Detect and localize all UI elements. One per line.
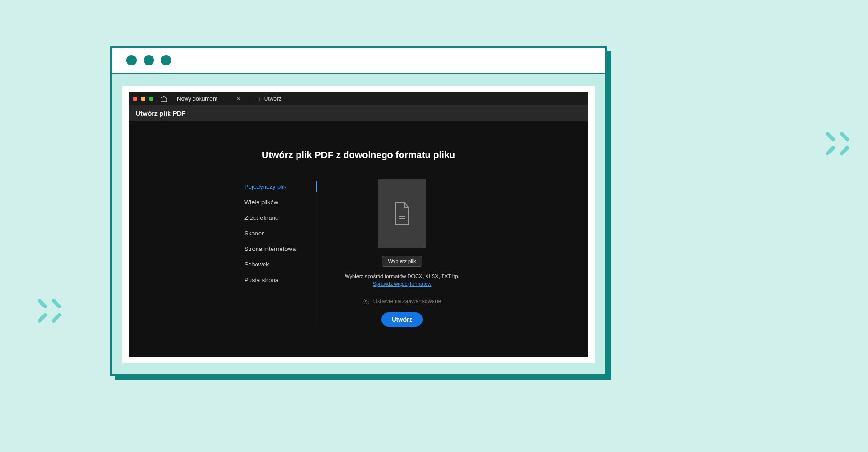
svg-line-3 <box>842 148 847 153</box>
file-drop-zone[interactable] <box>378 179 426 248</box>
app-toolbar: Utwórz plik PDF <box>129 105 588 121</box>
svg-line-2 <box>828 148 833 153</box>
source-item[interactable]: Pusta strona <box>244 276 307 283</box>
decorative-x-icon <box>821 127 854 160</box>
decorative-x-icon <box>33 294 66 327</box>
document-icon <box>393 202 411 226</box>
document-tab-label: Nowy dokument <box>177 96 217 102</box>
outer-window-dot <box>144 55 154 65</box>
main-body: Pojedynczy plikWiele plikówZrzut ekranuS… <box>244 179 473 327</box>
svg-line-5 <box>54 301 59 307</box>
app-tabbar: Nowy dokument ✕ + Utwórz <box>129 92 588 105</box>
new-tab-button[interactable]: + Utwórz <box>252 94 287 104</box>
svg-line-6 <box>40 315 45 321</box>
create-button[interactable]: Utwórz <box>381 312 422 327</box>
main-heading: Utwórz plik PDF z dowolnego formatu plik… <box>262 150 455 161</box>
advanced-settings-label: Ustawienia zaawansowane <box>373 298 442 305</box>
home-button[interactable] <box>158 94 169 104</box>
document-tab[interactable]: Nowy dokument ✕ <box>172 92 246 105</box>
inner-white-container: Nowy dokument ✕ + Utwórz Utwórz plik PDF… <box>122 86 595 363</box>
new-tab-label: Utwórz <box>264 96 281 102</box>
close-tab-icon[interactable]: ✕ <box>236 96 241 102</box>
source-list: Pojedynczy plikWiele plikówZrzut ekranuS… <box>244 179 317 327</box>
right-panel: Wybierz plik Wybierz spośród formatów DO… <box>331 179 473 327</box>
format-hint-text: Wybierz spośród formatów DOCX, XLSX, TXT… <box>345 274 459 279</box>
source-item[interactable]: Schowek <box>244 261 307 268</box>
minimize-window-button[interactable] <box>141 97 145 101</box>
advanced-settings-button[interactable]: Ustawienia zaawansowane <box>363 298 442 305</box>
source-item[interactable]: Zrzut ekranu <box>244 214 307 221</box>
svg-line-7 <box>54 315 59 321</box>
plus-icon: + <box>257 96 261 102</box>
toolbar-title: Utwórz plik PDF <box>136 110 186 117</box>
svg-line-0 <box>828 134 833 139</box>
select-file-button[interactable]: Wybierz plik <box>382 256 422 267</box>
source-item[interactable]: Skaner <box>244 230 307 237</box>
maximize-window-button[interactable] <box>149 97 153 101</box>
outer-browser-window: Nowy dokument ✕ + Utwórz Utwórz plik PDF… <box>110 46 607 376</box>
close-window-button[interactable] <box>133 97 137 101</box>
outer-window-dot <box>161 55 171 65</box>
source-item[interactable]: Wiele plików <box>244 199 307 206</box>
outer-titlebar <box>112 48 605 74</box>
svg-point-10 <box>365 300 367 302</box>
outer-window-dot <box>126 55 137 65</box>
traffic-lights <box>133 97 153 101</box>
svg-line-4 <box>40 301 45 307</box>
app-window: Nowy dokument ✕ + Utwórz Utwórz plik PDF… <box>129 92 588 357</box>
source-item[interactable]: Pojedynczy plik <box>244 183 307 190</box>
source-item[interactable]: Strona internetowa <box>244 245 307 252</box>
tab-separator <box>249 95 249 103</box>
gear-icon <box>363 298 370 305</box>
more-formats-link[interactable]: Sprawdź więcej formatów <box>373 281 432 287</box>
app-main: Utwórz plik PDF z dowolnego formatu plik… <box>129 121 588 357</box>
svg-line-1 <box>842 134 847 139</box>
